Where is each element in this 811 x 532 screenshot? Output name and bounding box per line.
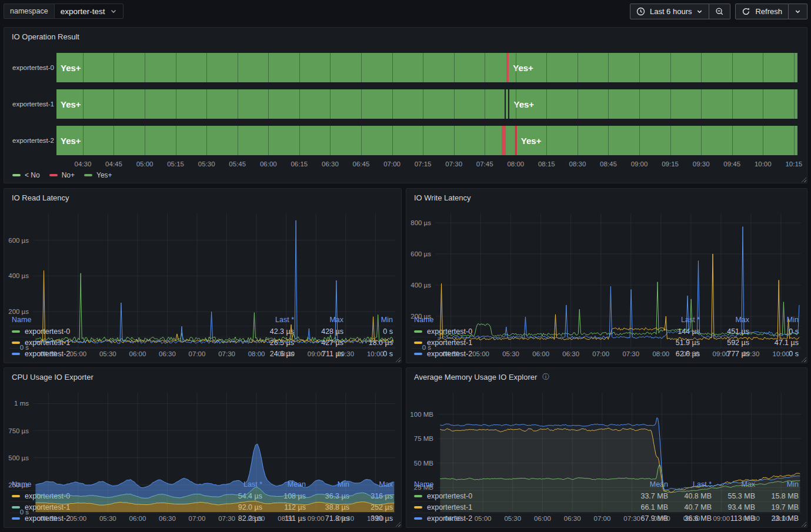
panel-title-cpu-usage[interactable]: CPU Usage IO Exporter [4, 368, 401, 386]
timeline-row-labels: exportertest-0exportertest-1exportertest… [4, 53, 56, 162]
legend-item-no[interactable]: < No [12, 171, 40, 179]
legend-color-swatch [84, 174, 92, 176]
y-tick-label: 800 µs [410, 219, 431, 226]
y-tick-label: 200 µs [410, 313, 431, 320]
line-exportertest-1 [438, 254, 799, 340]
legend-label: < No [25, 171, 40, 179]
x-tick-label: 09:00 [308, 515, 325, 522]
io-read-latency-chart: 0 s200 µs400 µs600 µs04:3005:0005:3006:0… [4, 206, 401, 315]
cpu-usage-chart: 0 s250 µs500 µs750 µs1 ms04:3005:0005:30… [4, 386, 401, 480]
segment-state-label: Yes+ [513, 99, 534, 109]
toolbar-right: Last 6 hours Refresh [630, 4, 807, 19]
x-tick-label: 04:30 [75, 160, 92, 168]
x-tick-label: 05:30 [99, 515, 116, 522]
x-tick-label: 09:00 [631, 160, 648, 168]
line-exportertest-0 [35, 273, 393, 342]
x-tick-label: 06:30 [159, 350, 176, 357]
time-range-picker[interactable]: Last 6 hours [630, 4, 710, 19]
refresh-button[interactable]: Refresh [735, 4, 789, 19]
line-exportertest-2 [35, 220, 393, 343]
segment-state-label: Yes+ [61, 99, 81, 109]
io-write-latency-chart: 0 s200 µs400 µs600 µs800 µs04:3005:0005:… [406, 206, 807, 315]
y-tick-label: 1 ms [14, 400, 29, 407]
panel-resize-handle[interactable] [801, 177, 806, 182]
line-exportertest-0 [438, 282, 799, 336]
x-tick-label: 05:30 [502, 350, 519, 357]
timeline-segment-yes [506, 126, 515, 155]
timeline-segment-yes: Yes+ [56, 53, 506, 82]
x-tick-label: 08:00 [653, 515, 670, 522]
panel-title-io-write-latency[interactable]: IO Write Latency [406, 189, 807, 206]
x-tick-label: 05:00 [136, 160, 153, 168]
x-tick-label: 07:00 [592, 350, 609, 357]
panel-title-io-operation-result[interactable]: IO Operation Result [4, 28, 807, 45]
x-tick-label: 06:00 [129, 350, 146, 357]
clock-icon [636, 7, 645, 16]
x-tick-label: 09:45 [723, 160, 740, 168]
x-tick-label: 08:00 [652, 350, 669, 357]
segment-state-label: Yes+ [61, 136, 81, 146]
legend-color-swatch [49, 174, 58, 176]
dashboard-toolbar: namespace exporter-test Last 6 hours [0, 0, 811, 22]
panel-title-average-memory-usage[interactable]: Average Memory Usage IO Explorer ⓘ [406, 368, 807, 386]
x-tick-label: 06:00 [532, 350, 549, 357]
legend-color-swatch [12, 174, 21, 176]
x-tick-label: 07:30 [622, 350, 639, 357]
x-tick-label: 05:30 [504, 515, 521, 522]
timeline-segment-yes: Yes+ [509, 89, 797, 119]
y-tick-label: 250 µs [8, 481, 29, 488]
y-tick-label: 400 µs [8, 272, 29, 279]
x-tick-label: 04:30 [442, 350, 459, 357]
timeline-segment-yes: Yes+ [509, 53, 797, 82]
x-tick-label: 07:30 [623, 515, 640, 522]
refresh-interval-dropdown[interactable] [789, 4, 807, 19]
panel-title-text: Average Memory Usage IO Explorer [414, 373, 537, 382]
y-tick-label: 50 MB [414, 460, 434, 467]
x-tick-label: 09:00 [308, 350, 325, 357]
y-tick-label: 600 µs [410, 250, 431, 257]
segment-state-label: Yes+ [61, 63, 81, 73]
x-tick-label: 07:30 [218, 350, 235, 357]
chevron-down-icon [795, 8, 801, 15]
refresh-label: Refresh [755, 7, 782, 16]
x-tick-label: 04:30 [445, 515, 462, 522]
info-icon[interactable]: ⓘ [542, 373, 549, 381]
legend-label: Yes+ [96, 171, 112, 179]
write-svg: 0 s200 µs400 µs600 µs800 µs04:3005:0005:… [406, 206, 807, 359]
timeline-row: Yes+Yes+ [56, 126, 797, 155]
x-tick-label: 07:00 [189, 515, 206, 522]
namespace-variable-dropdown[interactable]: exporter-test [54, 4, 124, 19]
area-exportertest-2 [35, 444, 394, 498]
x-tick-label: 08:00 [507, 160, 524, 168]
x-tick-label: 04:45 [105, 160, 122, 168]
y-tick-label: 200 µs [8, 308, 29, 315]
timeline-legend: < NoNo+Yes+ [12, 171, 112, 179]
panel-title-io-read-latency[interactable]: IO Read Latency [4, 189, 401, 206]
y-tick-label: 75 MB [414, 435, 434, 442]
y-tick-label: 750 µs [8, 427, 29, 434]
x-tick-label: 10:00 [755, 160, 772, 168]
y-tick-label: 25 MB [414, 484, 434, 491]
x-tick-label: 04:30 [40, 350, 57, 357]
line-exportertest-1 [35, 270, 393, 343]
time-range-label: Last 6 hours [650, 7, 692, 16]
x-tick-label: 09:00 [712, 350, 729, 357]
x-tick-label: 08:30 [278, 350, 295, 357]
mem-svg: 25 MB50 MB75 MB100 MB04:3005:0005:3006:0… [406, 386, 807, 524]
timeline-segment-yes: Yes+ [56, 126, 502, 155]
legend-item-yes[interactable]: Yes+ [84, 171, 112, 179]
chevron-down-icon [696, 8, 703, 15]
x-tick-label: 10:00 [773, 515, 790, 522]
x-tick-label: 05:30 [99, 350, 116, 357]
zoom-out-button[interactable] [709, 4, 730, 19]
x-tick-label: 09:30 [743, 515, 760, 522]
x-tick-label: 04:30 [40, 515, 57, 522]
y-tick-label: 100 MB [410, 411, 433, 418]
x-tick-label: 08:00 [248, 350, 265, 357]
x-tick-label: 08:30 [683, 515, 700, 522]
timeline-plot: Yes+Yes+Yes+Yes+Yes+Yes+ [56, 53, 797, 155]
x-tick-label: 05:00 [69, 515, 86, 522]
x-tick-label: 07:00 [594, 515, 611, 522]
legend-item-no[interactable]: No+ [49, 171, 75, 179]
variable-value: exporter-test [61, 7, 105, 16]
